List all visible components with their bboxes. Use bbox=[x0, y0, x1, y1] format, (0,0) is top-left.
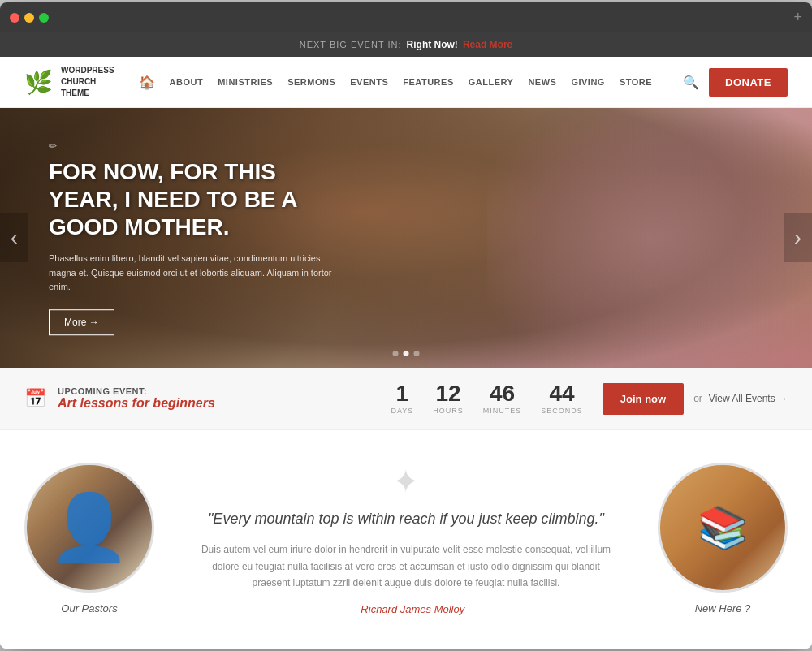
logo-line2: CHURCH bbox=[61, 76, 114, 88]
nav-features[interactable]: FEATURES bbox=[403, 77, 453, 87]
logo-line1: WORDPRESS bbox=[61, 65, 114, 76]
quote-body: Duis autem vel eum iriure dolor in hendr… bbox=[195, 541, 617, 591]
nav-news[interactable]: NEWS bbox=[528, 77, 556, 87]
countdown-seconds: 44 SECONDS bbox=[541, 382, 583, 415]
dot-green[interactable] bbox=[39, 13, 49, 23]
join-now-button[interactable]: Join now bbox=[603, 383, 684, 415]
books-avatar[interactable]: 📚 bbox=[658, 463, 788, 593]
books-label: New Here ? bbox=[695, 602, 751, 614]
days-label: DAYS bbox=[391, 407, 413, 415]
seconds-number: 44 bbox=[541, 382, 583, 405]
slider-dot-1[interactable] bbox=[393, 351, 399, 356]
nav-events[interactable]: EVENTS bbox=[350, 77, 388, 87]
nav-home-icon[interactable]: 🏠 bbox=[139, 75, 155, 90]
nav-sermons[interactable]: SERMONS bbox=[287, 77, 335, 87]
hours-number: 12 bbox=[433, 382, 464, 405]
quote-author: — Richard James Molloy bbox=[348, 603, 465, 615]
or-text: or bbox=[693, 393, 702, 404]
pastor-avatar[interactable]: 👤 bbox=[24, 463, 154, 593]
pastor-silhouette-icon: 👤 bbox=[49, 489, 130, 566]
pencil-icon: ✏ bbox=[49, 141, 341, 153]
view-all-events-link[interactable]: View All Events → bbox=[709, 393, 788, 404]
nav-actions: 🔍 Donate bbox=[683, 68, 788, 97]
slider-prev-button[interactable]: ‹ bbox=[0, 213, 28, 262]
announcement-label: NEXT BIG EVENT IN: bbox=[300, 40, 402, 50]
logo-area: 🌿 WORDPRESS CHURCH THEME bbox=[24, 65, 114, 99]
event-title-rest: for beginners bbox=[132, 396, 215, 410]
hero-slider: ✏ FOR NOW, FOR THIS YEAR, I NEED TO BE A… bbox=[0, 108, 812, 368]
dot-yellow[interactable] bbox=[24, 13, 34, 23]
event-title: Art lessons for beginners bbox=[58, 396, 215, 411]
announcement-highlight: Right Now! bbox=[407, 39, 458, 50]
nav-about[interactable]: ABOUT bbox=[170, 77, 204, 87]
slider-dot-2[interactable] bbox=[404, 351, 409, 356]
books-label-area: New Here ? bbox=[695, 601, 751, 615]
quote-emblem-icon: ✦ bbox=[195, 463, 617, 500]
pastor-label: Our Pastors bbox=[61, 602, 117, 614]
hero-title: FOR NOW, FOR THIS YEAR, I NEED TO BE A G… bbox=[49, 159, 341, 241]
announcement-read-more[interactable]: Read More bbox=[463, 39, 512, 50]
logo-icon: 🌿 bbox=[24, 69, 53, 96]
nav-giving[interactable]: GIVING bbox=[571, 77, 605, 87]
browser-dots bbox=[10, 13, 49, 23]
announcement-bar: NEXT BIG EVENT IN: Right Now! Read More bbox=[0, 32, 812, 57]
donate-button[interactable]: Donate bbox=[709, 68, 788, 97]
days-number: 1 bbox=[391, 382, 413, 405]
event-label: UPCOMING EVENT: bbox=[58, 386, 215, 396]
quote-center: ✦ "Every mountain top is within reach if… bbox=[179, 463, 633, 615]
countdown-minutes: 46 MINUTES bbox=[483, 382, 522, 415]
event-label-area: UPCOMING EVENT: Art lessons for beginner… bbox=[58, 386, 215, 411]
logo-line3: THEME bbox=[61, 88, 114, 99]
calendar-icon: 📅 bbox=[24, 388, 46, 409]
pastor-column: 👤 Our Pastors bbox=[24, 463, 154, 615]
nav-store[interactable]: STORE bbox=[620, 77, 652, 87]
slider-dot-3[interactable] bbox=[414, 351, 420, 356]
navbar: 🌿 WORDPRESS CHURCH THEME 🏠 ABOUT MINISTR… bbox=[0, 57, 812, 108]
dot-red[interactable] bbox=[10, 13, 19, 23]
hero-more-button[interactable]: More → bbox=[49, 309, 114, 335]
quote-section: 👤 Our Pastors ✦ "Every mountain top is w… bbox=[0, 430, 812, 648]
minutes-number: 46 bbox=[483, 382, 522, 405]
search-button[interactable]: 🔍 bbox=[683, 75, 699, 90]
countdown: 1 DAYS 12 HOURS 46 MINUTES 44 SECONDS bbox=[391, 382, 582, 415]
minutes-label: MINUTES bbox=[483, 407, 522, 415]
seconds-label: SECONDS bbox=[541, 407, 583, 415]
books-column: 📚 New Here ? bbox=[658, 463, 788, 615]
browser-chrome: + bbox=[0, 2, 812, 32]
hero-description: Phasellus enim libero, blandit vel sapie… bbox=[49, 252, 341, 295]
slider-next-button[interactable]: › bbox=[784, 213, 812, 262]
browser-plus-icon[interactable]: + bbox=[793, 9, 802, 26]
browser-window: + NEXT BIG EVENT IN: Right Now! Read Mor… bbox=[0, 2, 812, 648]
nav-ministries[interactable]: MINISTRIES bbox=[218, 77, 273, 87]
countdown-hours: 12 HOURS bbox=[433, 382, 464, 415]
books-icon: 📚 bbox=[698, 504, 748, 551]
countdown-days: 1 DAYS bbox=[391, 382, 413, 415]
quote-text: "Every mountain top is within reach if y… bbox=[195, 508, 617, 530]
hero-content: ✏ FOR NOW, FOR THIS YEAR, I NEED TO BE A… bbox=[49, 141, 341, 336]
pastor-label-area: Our Pastors bbox=[61, 601, 117, 615]
nav-gallery[interactable]: GALLERY bbox=[469, 77, 514, 87]
slider-dots bbox=[393, 351, 420, 356]
nav-links: 🏠 ABOUT MINISTRIES SERMONS EVENTS FEATUR… bbox=[139, 75, 684, 90]
event-title-plain: Art lessons bbox=[58, 396, 128, 410]
logo-text: WORDPRESS CHURCH THEME bbox=[61, 65, 114, 99]
hours-label: HOURS bbox=[433, 407, 464, 415]
event-bar: 📅 UPCOMING EVENT: Art lessons for beginn… bbox=[0, 368, 812, 430]
